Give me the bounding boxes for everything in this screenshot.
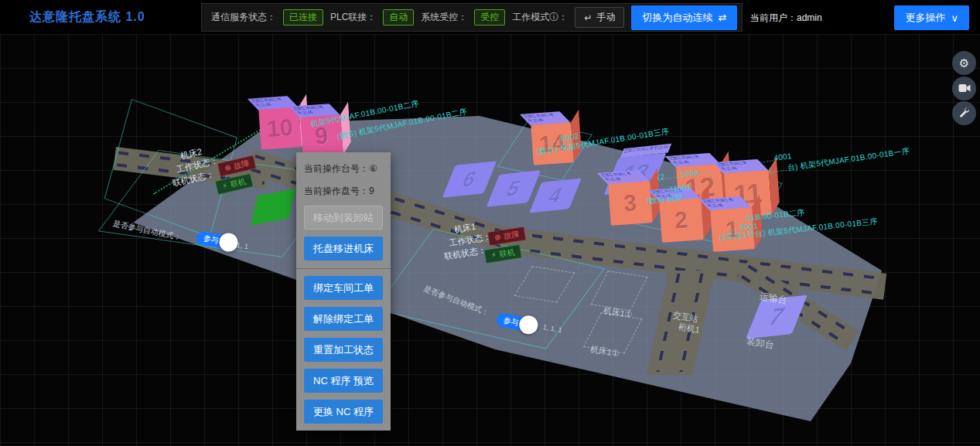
online-text: 联机 xyxy=(230,177,247,189)
current-user: 当前用户：admin xyxy=(750,12,822,25)
pallet-number: 5 xyxy=(503,175,524,202)
work-mode-label: 工作模式ⓘ： xyxy=(512,11,568,24)
tools-button[interactable] xyxy=(952,101,976,125)
reset-machining-status-button[interactable]: 重置加工状态 xyxy=(304,338,383,362)
sys-control-label: 系统受控： xyxy=(421,11,467,24)
current-user-value: admin xyxy=(797,12,822,23)
sys-control-badge: 受控 xyxy=(474,9,505,26)
pallet-number: 6 xyxy=(459,166,480,192)
status-bar: 通信服务状态： 已连接 PLC联接： 自动 系统受控： 受控 工作模式ⓘ： ↵手… xyxy=(201,3,743,32)
bind-work-order-button[interactable]: 绑定车间工单 xyxy=(304,276,383,300)
pallet-into-machine-button[interactable]: 托盘移进机床 xyxy=(304,237,383,260)
pallet-number: 3 xyxy=(608,181,653,226)
online-icon: ⚡ xyxy=(490,250,497,260)
switch-auto-button[interactable]: 切换为自动连续⇄ xyxy=(631,5,737,30)
more-actions-button[interactable]: 更多操作∨ xyxy=(894,5,969,30)
camera-view-button[interactable] xyxy=(952,77,976,100)
pallet-value: 9 xyxy=(369,186,374,196)
context-menu-panel: 当前操作台号：⑥ 当前操作盘号：9 移动到装卸站 托盘移进机床 绑定车间工单 解… xyxy=(296,152,391,431)
comm-status-badge: 已连接 xyxy=(283,9,323,26)
pallet-label: 当前操作盘号： xyxy=(304,186,369,196)
pallet-cube[interactable]: 已加工 RUN:1 单号:21.46 3 xyxy=(608,181,653,226)
pallet-row: 当前操作盘号：9 xyxy=(304,185,383,198)
fault-icon: ⊗ xyxy=(224,163,232,174)
chevron-down-icon: ∨ xyxy=(951,12,958,24)
toggle-label: 参与 xyxy=(503,315,520,329)
replace-nc-program-button[interactable]: 更换 NC 程序 xyxy=(304,400,383,424)
app-title: 达意隆托盘系统 1.0 xyxy=(29,9,145,26)
current-user-label: 当前用户： xyxy=(750,12,797,23)
comm-status-label: 通信服务状态： xyxy=(211,11,276,24)
gear-icon: ⚙ xyxy=(959,56,969,70)
online-icon: ⚡ xyxy=(221,181,229,191)
manual-mode-label: 手动 xyxy=(596,11,615,24)
video-camera-icon xyxy=(958,82,971,95)
enter-icon: ↵ xyxy=(584,12,592,23)
top-bar: 达意隆托盘系统 1.0 通信服务状态： 已连接 PLC联接： 自动 系统受控： … xyxy=(0,0,980,34)
fault-icon: ⊗ xyxy=(493,233,501,243)
info-icon: ⓘ xyxy=(549,12,558,22)
work-mode-colon: ： xyxy=(558,12,568,22)
switch-auto-label: 切换为自动连续 xyxy=(642,11,712,25)
work-mode-text: 工作模式 xyxy=(512,12,549,22)
settings-button[interactable]: ⚙ xyxy=(952,51,976,75)
swap-icon: ⇄ xyxy=(718,12,726,23)
fault-text: 故障 xyxy=(504,230,521,241)
more-actions-label: 更多操作 xyxy=(905,11,945,25)
plc-link-badge: 自动 xyxy=(383,9,414,26)
participate-toggle[interactable]: 参与 xyxy=(196,230,232,250)
move-to-loading-station-button[interactable]: 移动到装卸站 xyxy=(304,206,383,230)
pallet-top-status: 已加工 RUN:1 单号:21.46 xyxy=(620,144,671,158)
manual-mode-button[interactable]: ↵手动 xyxy=(575,7,624,28)
nc-program-preview-button[interactable]: NC 程序 预览 xyxy=(304,369,383,393)
toggle-label: 参与 xyxy=(203,233,220,246)
pallet-number: 4 xyxy=(545,182,566,209)
app-root: 达意隆托盘系统 1.0 通信服务状态： 已连接 PLC联接： 自动 系统受控： … xyxy=(0,0,980,446)
fault-text: 故障 xyxy=(233,158,250,171)
scene-3d: 6 5 4 已加工 RUN:1 单号:21.4613 7 已加工 RUN:1 单… xyxy=(0,34,980,446)
toggle-after-text: 1, 1 xyxy=(236,241,248,250)
unbind-work-order-button[interactable]: 解除绑定工单 xyxy=(304,307,383,331)
wrench-icon xyxy=(958,107,970,121)
panel-divider xyxy=(296,268,391,269)
station-value: ⑥ xyxy=(369,163,377,174)
online-text: 联机 xyxy=(499,247,516,259)
station-label: 当前操作台号： xyxy=(304,163,369,174)
plc-link-label: PLC联接： xyxy=(330,11,376,24)
station-row: 当前操作台号：⑥ xyxy=(304,162,383,175)
work-order-label: (……台) 机架5代MJAF.01B.00-01B一序 xyxy=(768,146,910,176)
